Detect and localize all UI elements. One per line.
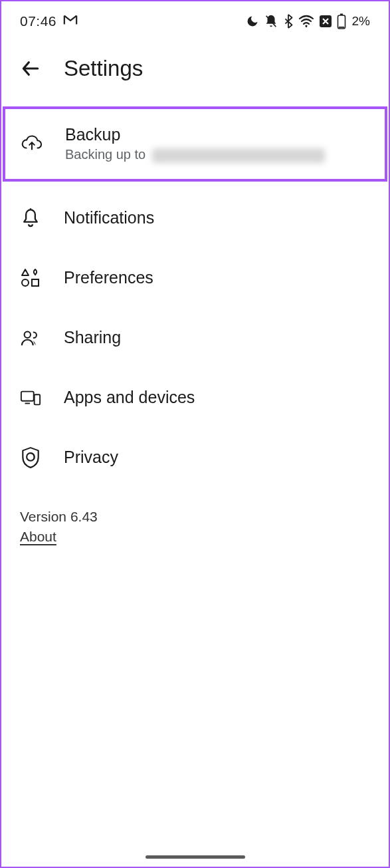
svg-rect-5: [339, 27, 344, 28]
backup-subtitle: Backing up to: [65, 147, 325, 163]
people-icon: [20, 328, 41, 348]
cloud-upload-icon: [21, 134, 43, 154]
gmail-icon: [63, 14, 78, 29]
dnd-moon-icon: [246, 15, 259, 28]
privacy-text: Privacy: [64, 448, 118, 467]
shapes-icon: [20, 267, 41, 289]
gesture-bar[interactable]: [146, 855, 245, 859]
backup-title: Backup: [65, 125, 325, 144]
sharing-title: Sharing: [64, 328, 121, 347]
settings-item-privacy[interactable]: Privacy: [1, 428, 389, 488]
page-title: Settings: [64, 56, 143, 81]
status-bar: 07:46 2%: [1, 1, 389, 39]
settings-item-apps-devices[interactable]: Apps and devices: [1, 368, 389, 428]
notifications-text: Notifications: [64, 208, 154, 227]
svg-point-8: [25, 331, 31, 337]
settings-item-preferences[interactable]: Preferences: [1, 248, 389, 308]
settings-item-sharing[interactable]: Sharing: [1, 308, 389, 368]
svg-point-6: [22, 279, 29, 286]
apps-devices-text: Apps and devices: [64, 388, 195, 407]
status-time: 07:46: [20, 13, 56, 29]
bell-icon: [20, 208, 41, 229]
notifications-title: Notifications: [64, 208, 154, 227]
settings-item-backup[interactable]: Backup Backing up to: [3, 106, 387, 182]
sharing-text: Sharing: [64, 328, 121, 347]
battery-percent: 2%: [352, 14, 370, 29]
wifi-icon: [298, 15, 314, 28]
svg-rect-9: [21, 391, 34, 400]
about-link[interactable]: About: [20, 529, 56, 544]
notifications-muted-icon: [264, 14, 278, 29]
apps-devices-title: Apps and devices: [64, 388, 195, 407]
settings-item-notifications[interactable]: Notifications: [1, 188, 389, 248]
svg-rect-11: [35, 394, 40, 404]
backup-text: Backup Backing up to: [65, 125, 325, 163]
svg-rect-7: [32, 279, 39, 286]
preferences-text: Preferences: [64, 268, 153, 287]
svg-point-1: [305, 25, 307, 27]
svg-rect-4: [340, 14, 343, 16]
app-header: Settings: [1, 39, 389, 105]
version-text: Version 6.43: [20, 509, 370, 525]
status-left: 07:46: [20, 13, 78, 29]
footer-info: Version 6.43 About: [1, 504, 389, 550]
bluetooth-icon: [283, 14, 294, 29]
status-right: 2%: [246, 13, 370, 29]
battery-icon: [337, 13, 346, 29]
devices-icon: [20, 388, 41, 407]
back-button[interactable]: [20, 58, 41, 79]
privacy-title: Privacy: [64, 448, 118, 467]
backup-email-redacted: [152, 148, 325, 163]
backup-subtitle-prefix: Backing up to: [65, 147, 149, 162]
data-icon: [319, 15, 332, 28]
shield-icon: [20, 446, 41, 469]
preferences-title: Preferences: [64, 268, 153, 287]
settings-list: Backup Backing up to Notifications Prefe…: [1, 106, 389, 488]
